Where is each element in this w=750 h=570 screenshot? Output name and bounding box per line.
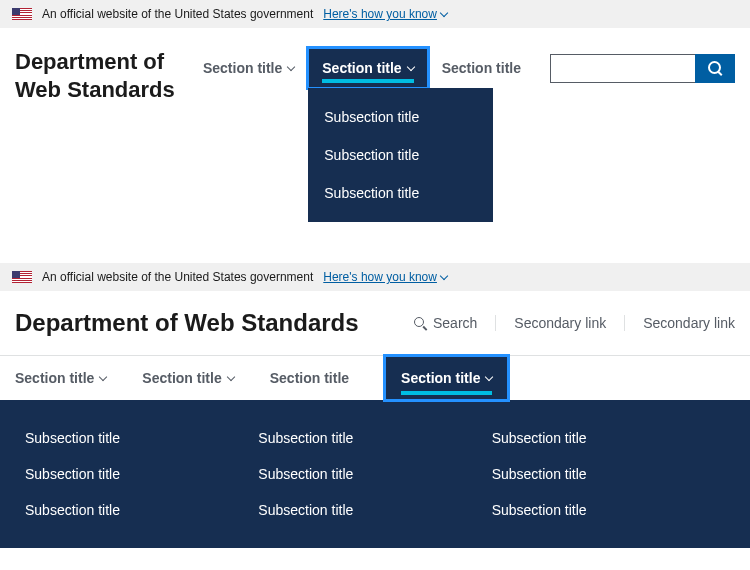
banner-toggle[interactable]: Here's how you know [323, 270, 447, 284]
header-extended: Department of Web Standards Search Secon… [0, 291, 750, 356]
secondary-nav: Search Secondary link Secondary link [396, 315, 735, 331]
nav-item[interactable]: Section title [15, 356, 122, 400]
mega-item[interactable]: Subsection title [258, 420, 491, 456]
mega-item[interactable]: Subsection title [492, 492, 725, 528]
search-button[interactable] [695, 54, 735, 83]
us-flag-icon [12, 271, 32, 283]
chevron-down-icon [226, 373, 234, 381]
chevron-down-icon [406, 63, 414, 71]
nav-label: Section title [203, 60, 282, 76]
banner-text: An official website of the United States… [42, 7, 313, 21]
mega-item[interactable]: Subsection title [25, 456, 258, 492]
nav-label: Section title [442, 60, 521, 76]
secondary-link[interactable]: Secondary link [496, 315, 625, 331]
gov-banner: An official website of the United States… [0, 0, 750, 28]
banner-link-text: Here's how you know [323, 270, 437, 284]
mega-item[interactable]: Subsection title [258, 492, 491, 528]
chevron-down-icon [440, 272, 448, 280]
search-input[interactable] [550, 54, 695, 83]
search-icon [708, 61, 722, 75]
nav-item[interactable]: Section title [142, 356, 249, 400]
mega-item[interactable]: Subsection title [492, 456, 725, 492]
nav-item-active[interactable]: Section title [385, 356, 508, 400]
nav-label: Section title [142, 370, 221, 386]
primary-nav: Section title Section title Section titl… [0, 356, 750, 400]
search-box [550, 54, 735, 83]
nav-label: Section title [401, 370, 480, 386]
dropdown-item[interactable]: Subsection title [308, 136, 493, 174]
chevron-down-icon [287, 63, 295, 71]
secondary-link[interactable]: Secondary link [625, 315, 735, 331]
logo-line-2: Web Standards [15, 76, 175, 104]
site-logo[interactable]: Department of Web Standards [15, 309, 359, 337]
nav-item[interactable]: Section title [270, 356, 365, 400]
header-right: Section title Section title Subsection t… [189, 48, 735, 88]
nav-label: Section title [15, 370, 94, 386]
nav-item-1[interactable]: Section title [189, 48, 308, 88]
search-link[interactable]: Search [396, 315, 496, 331]
nav-item-2-active[interactable]: Section title Subsection title Subsectio… [308, 48, 427, 88]
mega-item[interactable]: Subsection title [492, 420, 725, 456]
mega-item[interactable]: Subsection title [25, 420, 258, 456]
mega-item[interactable]: Subsection title [258, 456, 491, 492]
us-flag-icon [12, 8, 32, 20]
site-logo[interactable]: Department of Web Standards [15, 48, 175, 103]
gov-banner: An official website of the United States… [0, 263, 750, 291]
chevron-down-icon [485, 373, 493, 381]
mega-menu: Subsection title Subsection title Subsec… [0, 400, 750, 548]
nav-label: Section title [270, 370, 349, 386]
dropdown-menu: Subsection title Subsection title Subsec… [308, 88, 493, 222]
nav-item-3[interactable]: Section title [428, 48, 535, 88]
search-icon [414, 317, 427, 330]
active-indicator [322, 79, 413, 83]
banner-link-text: Here's how you know [323, 7, 437, 21]
chevron-down-icon [440, 9, 448, 17]
search-label: Search [433, 315, 477, 331]
active-indicator [401, 391, 492, 395]
chevron-down-icon [99, 373, 107, 381]
logo-line-1: Department of [15, 48, 175, 76]
dropdown-item[interactable]: Subsection title [308, 174, 493, 212]
header-basic: Department of Web Standards Section titl… [0, 28, 750, 103]
banner-text: An official website of the United States… [42, 270, 313, 284]
nav-label: Section title [322, 60, 401, 76]
mega-item[interactable]: Subsection title [25, 492, 258, 528]
banner-toggle[interactable]: Here's how you know [323, 7, 447, 21]
dropdown-item[interactable]: Subsection title [308, 98, 493, 136]
